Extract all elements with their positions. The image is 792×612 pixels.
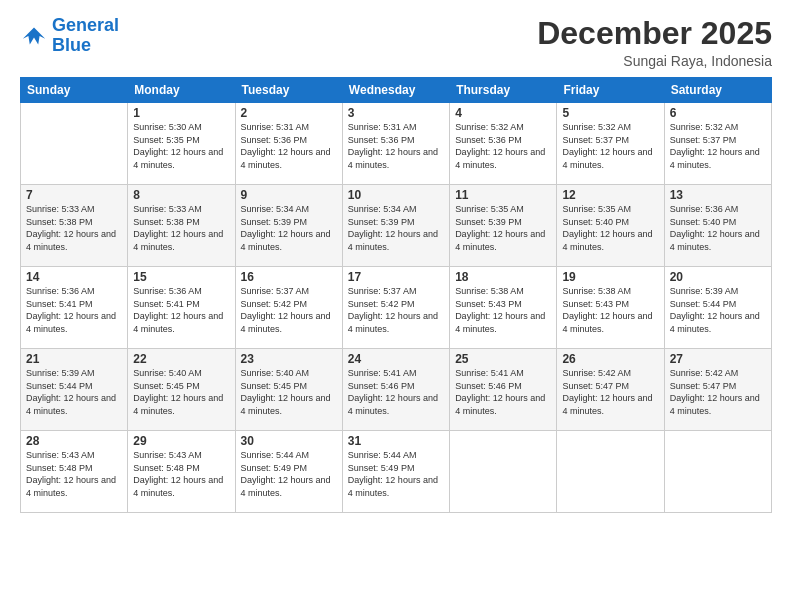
- location: Sungai Raya, Indonesia: [537, 53, 772, 69]
- col-sunday: Sunday: [21, 78, 128, 103]
- day-number: 9: [241, 188, 337, 202]
- table-row: 27Sunrise: 5:42 AMSunset: 5:47 PMDayligh…: [664, 349, 771, 431]
- svg-marker-0: [23, 27, 45, 44]
- calendar-week-row: 28Sunrise: 5:43 AMSunset: 5:48 PMDayligh…: [21, 431, 772, 513]
- day-info: Sunrise: 5:39 AMSunset: 5:44 PMDaylight:…: [26, 367, 122, 417]
- day-info: Sunrise: 5:36 AMSunset: 5:40 PMDaylight:…: [670, 203, 766, 253]
- day-info: Sunrise: 5:37 AMSunset: 5:42 PMDaylight:…: [348, 285, 444, 335]
- table-row: 31Sunrise: 5:44 AMSunset: 5:49 PMDayligh…: [342, 431, 449, 513]
- day-number: 30: [241, 434, 337, 448]
- table-row: 9Sunrise: 5:34 AMSunset: 5:39 PMDaylight…: [235, 185, 342, 267]
- col-thursday: Thursday: [450, 78, 557, 103]
- day-info: Sunrise: 5:41 AMSunset: 5:46 PMDaylight:…: [348, 367, 444, 417]
- table-row: 2Sunrise: 5:31 AMSunset: 5:36 PMDaylight…: [235, 103, 342, 185]
- table-row: [664, 431, 771, 513]
- day-info: Sunrise: 5:36 AMSunset: 5:41 PMDaylight:…: [26, 285, 122, 335]
- col-saturday: Saturday: [664, 78, 771, 103]
- col-tuesday: Tuesday: [235, 78, 342, 103]
- day-info: Sunrise: 5:38 AMSunset: 5:43 PMDaylight:…: [455, 285, 551, 335]
- table-row: 25Sunrise: 5:41 AMSunset: 5:46 PMDayligh…: [450, 349, 557, 431]
- day-number: 17: [348, 270, 444, 284]
- month-title: December 2025: [537, 16, 772, 51]
- calendar-header-row: Sunday Monday Tuesday Wednesday Thursday…: [21, 78, 772, 103]
- day-number: 22: [133, 352, 229, 366]
- table-row: 11Sunrise: 5:35 AMSunset: 5:39 PMDayligh…: [450, 185, 557, 267]
- day-info: Sunrise: 5:35 AMSunset: 5:40 PMDaylight:…: [562, 203, 658, 253]
- table-row: 17Sunrise: 5:37 AMSunset: 5:42 PMDayligh…: [342, 267, 449, 349]
- day-info: Sunrise: 5:33 AMSunset: 5:38 PMDaylight:…: [133, 203, 229, 253]
- day-number: 2: [241, 106, 337, 120]
- table-row: 6Sunrise: 5:32 AMSunset: 5:37 PMDaylight…: [664, 103, 771, 185]
- logo-line2: Blue: [52, 35, 91, 55]
- table-row: [21, 103, 128, 185]
- day-info: Sunrise: 5:42 AMSunset: 5:47 PMDaylight:…: [562, 367, 658, 417]
- day-number: 7: [26, 188, 122, 202]
- table-row: 21Sunrise: 5:39 AMSunset: 5:44 PMDayligh…: [21, 349, 128, 431]
- table-row: 3Sunrise: 5:31 AMSunset: 5:36 PMDaylight…: [342, 103, 449, 185]
- day-info: Sunrise: 5:43 AMSunset: 5:48 PMDaylight:…: [26, 449, 122, 499]
- day-info: Sunrise: 5:40 AMSunset: 5:45 PMDaylight:…: [241, 367, 337, 417]
- day-number: 25: [455, 352, 551, 366]
- logo-line1: General: [52, 15, 119, 35]
- table-row: 7Sunrise: 5:33 AMSunset: 5:38 PMDaylight…: [21, 185, 128, 267]
- day-info: Sunrise: 5:33 AMSunset: 5:38 PMDaylight:…: [26, 203, 122, 253]
- day-number: 5: [562, 106, 658, 120]
- day-number: 18: [455, 270, 551, 284]
- day-number: 31: [348, 434, 444, 448]
- day-number: 4: [455, 106, 551, 120]
- day-info: Sunrise: 5:44 AMSunset: 5:49 PMDaylight:…: [348, 449, 444, 499]
- day-number: 26: [562, 352, 658, 366]
- day-info: Sunrise: 5:43 AMSunset: 5:48 PMDaylight:…: [133, 449, 229, 499]
- day-info: Sunrise: 5:44 AMSunset: 5:49 PMDaylight:…: [241, 449, 337, 499]
- col-wednesday: Wednesday: [342, 78, 449, 103]
- day-info: Sunrise: 5:30 AMSunset: 5:35 PMDaylight:…: [133, 121, 229, 171]
- table-row: 16Sunrise: 5:37 AMSunset: 5:42 PMDayligh…: [235, 267, 342, 349]
- day-info: Sunrise: 5:35 AMSunset: 5:39 PMDaylight:…: [455, 203, 551, 253]
- page: General Blue December 2025 Sungai Raya, …: [0, 0, 792, 612]
- logo: General Blue: [20, 16, 119, 56]
- table-row: [557, 431, 664, 513]
- day-info: Sunrise: 5:31 AMSunset: 5:36 PMDaylight:…: [241, 121, 337, 171]
- table-row: 14Sunrise: 5:36 AMSunset: 5:41 PMDayligh…: [21, 267, 128, 349]
- day-number: 21: [26, 352, 122, 366]
- table-row: 20Sunrise: 5:39 AMSunset: 5:44 PMDayligh…: [664, 267, 771, 349]
- table-row: 26Sunrise: 5:42 AMSunset: 5:47 PMDayligh…: [557, 349, 664, 431]
- table-row: 8Sunrise: 5:33 AMSunset: 5:38 PMDaylight…: [128, 185, 235, 267]
- table-row: 18Sunrise: 5:38 AMSunset: 5:43 PMDayligh…: [450, 267, 557, 349]
- table-row: 15Sunrise: 5:36 AMSunset: 5:41 PMDayligh…: [128, 267, 235, 349]
- day-info: Sunrise: 5:37 AMSunset: 5:42 PMDaylight:…: [241, 285, 337, 335]
- day-info: Sunrise: 5:32 AMSunset: 5:36 PMDaylight:…: [455, 121, 551, 171]
- table-row: 29Sunrise: 5:43 AMSunset: 5:48 PMDayligh…: [128, 431, 235, 513]
- day-number: 28: [26, 434, 122, 448]
- table-row: 5Sunrise: 5:32 AMSunset: 5:37 PMDaylight…: [557, 103, 664, 185]
- day-info: Sunrise: 5:39 AMSunset: 5:44 PMDaylight:…: [670, 285, 766, 335]
- table-row: 10Sunrise: 5:34 AMSunset: 5:39 PMDayligh…: [342, 185, 449, 267]
- calendar-week-row: 7Sunrise: 5:33 AMSunset: 5:38 PMDaylight…: [21, 185, 772, 267]
- day-number: 16: [241, 270, 337, 284]
- day-number: 23: [241, 352, 337, 366]
- day-number: 8: [133, 188, 229, 202]
- calendar-week-row: 14Sunrise: 5:36 AMSunset: 5:41 PMDayligh…: [21, 267, 772, 349]
- day-info: Sunrise: 5:32 AMSunset: 5:37 PMDaylight:…: [562, 121, 658, 171]
- header: General Blue December 2025 Sungai Raya, …: [20, 16, 772, 69]
- col-monday: Monday: [128, 78, 235, 103]
- day-info: Sunrise: 5:32 AMSunset: 5:37 PMDaylight:…: [670, 121, 766, 171]
- day-info: Sunrise: 5:34 AMSunset: 5:39 PMDaylight:…: [241, 203, 337, 253]
- table-row: [450, 431, 557, 513]
- day-number: 1: [133, 106, 229, 120]
- table-row: 30Sunrise: 5:44 AMSunset: 5:49 PMDayligh…: [235, 431, 342, 513]
- day-number: 3: [348, 106, 444, 120]
- day-info: Sunrise: 5:42 AMSunset: 5:47 PMDaylight:…: [670, 367, 766, 417]
- table-row: 19Sunrise: 5:38 AMSunset: 5:43 PMDayligh…: [557, 267, 664, 349]
- col-friday: Friday: [557, 78, 664, 103]
- day-number: 6: [670, 106, 766, 120]
- calendar-week-row: 21Sunrise: 5:39 AMSunset: 5:44 PMDayligh…: [21, 349, 772, 431]
- day-info: Sunrise: 5:41 AMSunset: 5:46 PMDaylight:…: [455, 367, 551, 417]
- calendar-week-row: 1Sunrise: 5:30 AMSunset: 5:35 PMDaylight…: [21, 103, 772, 185]
- logo-text: General Blue: [52, 16, 119, 56]
- table-row: 1Sunrise: 5:30 AMSunset: 5:35 PMDaylight…: [128, 103, 235, 185]
- day-info: Sunrise: 5:34 AMSunset: 5:39 PMDaylight:…: [348, 203, 444, 253]
- day-number: 15: [133, 270, 229, 284]
- day-number: 11: [455, 188, 551, 202]
- day-number: 27: [670, 352, 766, 366]
